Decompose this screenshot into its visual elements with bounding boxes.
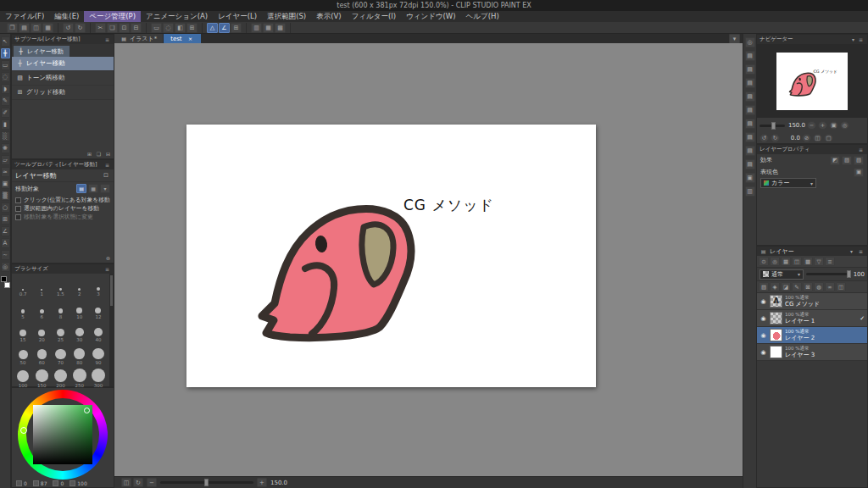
pen-tool[interactable]: ✎ (1, 96, 10, 106)
brush-size-cell[interactable]: 40 (89, 320, 108, 343)
brush-scrollbar[interactable] (109, 274, 114, 386)
save-file-icon[interactable]: ◫ (31, 23, 42, 33)
border-effect-icon[interactable]: ◩ (830, 156, 840, 165)
navigator-preview-area[interactable]: CG メソッド (757, 44, 867, 118)
menu-item[interactable]: ページ管理(P) (84, 11, 141, 22)
document-tab-active[interactable]: test × (164, 34, 200, 43)
reset-view-icon[interactable]: ▢ (824, 134, 833, 142)
menu-item[interactable]: ヘルプ(H) (461, 11, 504, 22)
brush-size-cell[interactable]: 80 (70, 343, 89, 366)
layer-move-tool[interactable]: ╋ (1, 48, 10, 58)
navigator-zoom-slider[interactable] (760, 125, 785, 127)
brush-size-cell[interactable]: 20 (32, 320, 51, 343)
reset-rotate-icon[interactable]: ⊘ (802, 134, 811, 142)
fit-to-screen-icon[interactable]: ▣ (829, 121, 838, 130)
subtool-item[interactable]: ⊞グリッド移動 (12, 86, 114, 100)
blend-tool[interactable]: ≈ (1, 167, 10, 177)
airbrush-tool[interactable]: ░ (1, 131, 10, 141)
brush-size-cell[interactable]: 90 (89, 343, 108, 366)
zoom-slider[interactable] (160, 481, 253, 484)
subtool-item[interactable]: ╋レイヤー移動 (12, 57, 114, 71)
print-icon[interactable]: ▦ (42, 23, 53, 33)
layer-row[interactable]: ◉100 %通常レイヤー 2 (757, 327, 867, 344)
text-tool[interactable]: A (1, 238, 10, 248)
canvas[interactable]: CG メソッド (186, 125, 596, 387)
zoom-in-icon[interactable]: + (257, 478, 267, 487)
selection-tool[interactable]: ▭ (1, 60, 10, 70)
layers-header[interactable]: ▤ レイヤー ▾≡ (757, 247, 867, 256)
quick-access-palette-icon[interactable]: ▤ (745, 51, 755, 61)
checkbox[interactable] (15, 206, 21, 212)
brush-size-header[interactable]: ブラシサイズ ≡ (12, 264, 114, 274)
panel-menu-icon[interactable]: ≡ (103, 265, 111, 273)
sv-indicator[interactable] (84, 408, 90, 413)
enable-mask-icon[interactable]: ◍ (814, 282, 824, 291)
checkbox[interactable] (15, 197, 21, 203)
brush-size-cell[interactable]: 15 (14, 320, 32, 343)
brush-size-cell[interactable]: 5 (14, 297, 32, 320)
material-palette-icon-5[interactable]: ▤ (745, 119, 755, 129)
auto-select-tool[interactable]: ◌ (1, 72, 10, 82)
brush-size-cell[interactable]: 6 (32, 297, 51, 320)
undo-icon[interactable]: ↺ (63, 23, 74, 33)
layer-tab-icon[interactable]: ▤ (760, 247, 767, 255)
thumbnail-size-icon[interactable]: ▦ (781, 257, 791, 266)
line-correct-tool[interactable]: ∼ (1, 250, 10, 260)
lock-palette-icon[interactable]: ⊡ (102, 170, 110, 180)
navigator-thumbnail[interactable]: CG メソッド (776, 53, 848, 110)
move-target-current-layer-icon[interactable]: ▤ (76, 184, 86, 193)
show-transparent-icon[interactable]: ▩ (275, 23, 286, 33)
opacity-slider-knob[interactable] (847, 270, 851, 278)
rotate-view-icon[interactable]: ↻ (133, 478, 143, 487)
brush-size-cell[interactable]: 150 (32, 366, 51, 389)
pencil-tool[interactable]: ✐ (1, 108, 10, 118)
zoom-slider-knob[interactable] (204, 479, 209, 486)
deselect-icon[interactable]: ▭ (151, 23, 162, 33)
wrench-icon[interactable]: ⊚ (104, 254, 112, 262)
menu-item[interactable]: アニメーション(A) (141, 11, 213, 22)
operation-tool[interactable]: ↖ (1, 36, 10, 47)
set-as-draft-icon[interactable]: ✎ (792, 282, 802, 291)
flip-view-icon[interactable]: ◫ (121, 478, 131, 487)
information-palette-icon[interactable]: ▥ (745, 186, 755, 197)
zoom-out-icon[interactable]: − (807, 121, 816, 130)
invert-selection-icon[interactable]: ◧ (175, 23, 186, 33)
opacity-slider[interactable] (806, 273, 851, 275)
snap-to-ruler-icon[interactable]: △ (207, 23, 218, 33)
material-palette-icon-1[interactable]: ▤ (745, 64, 755, 75)
brush-size-cell[interactable]: 300 (89, 366, 108, 389)
brush-size-cell[interactable]: 3 (89, 274, 108, 297)
menu-item[interactable]: 編集(E) (49, 11, 84, 22)
layer-search-icon[interactable]: ◎ (770, 257, 780, 266)
link-icon[interactable]: ∞ (825, 282, 835, 291)
checkbox[interactable] (15, 214, 21, 220)
menu-item[interactable]: ウィンドウ(W) (401, 11, 461, 22)
brush-size-cell[interactable]: 2 (70, 274, 89, 297)
brush-size-cell[interactable]: 250 (70, 366, 89, 389)
dropdown-arrow-icon[interactable]: ▾ (100, 184, 110, 193)
ruler-tool[interactable]: ∠ (1, 226, 10, 236)
tone-effect-icon[interactable]: ▨ (842, 156, 852, 165)
navigator-zoom-knob[interactable] (771, 122, 776, 130)
expand-selection-icon[interactable]: ⊞ (186, 23, 198, 33)
material-palette-icon-7[interactable]: ▤ (745, 146, 755, 156)
flip-horizontal-icon[interactable]: ◫ (813, 134, 822, 142)
brush-size-cell[interactable]: 70 (51, 343, 70, 366)
menu-item[interactable]: 選択範囲(S) (262, 11, 311, 22)
zoom-in-icon[interactable]: + (818, 121, 827, 130)
brush-size-cell[interactable]: 8 (51, 297, 70, 320)
brush-size-cell[interactable]: 200 (51, 366, 70, 389)
duplicate-subtool-icon[interactable]: ❏ (95, 150, 103, 158)
pin-icon[interactable]: ⊙ (759, 257, 769, 266)
subtool-group-tab[interactable]: ╋ レイヤー移動 (14, 46, 70, 57)
material-palette-icon-8[interactable]: ▤ (745, 159, 755, 169)
expression-preview-icon[interactable]: ▣ (854, 168, 864, 177)
subtool-panel-header[interactable]: サブツール[レイヤー移動] ≡ (12, 35, 114, 44)
material-palette-icon-4[interactable]: ▤ (745, 105, 755, 115)
saturation-value-box[interactable] (33, 405, 92, 464)
eyedropper-tool[interactable]: ◗ (1, 84, 10, 94)
menu-item[interactable]: フィルター(I) (347, 11, 401, 22)
two-pane-icon[interactable]: ◫ (792, 257, 802, 266)
brush-tool[interactable]: ▮ (1, 119, 10, 130)
sub-view-palette-icon[interactable]: ▣ (745, 173, 755, 183)
